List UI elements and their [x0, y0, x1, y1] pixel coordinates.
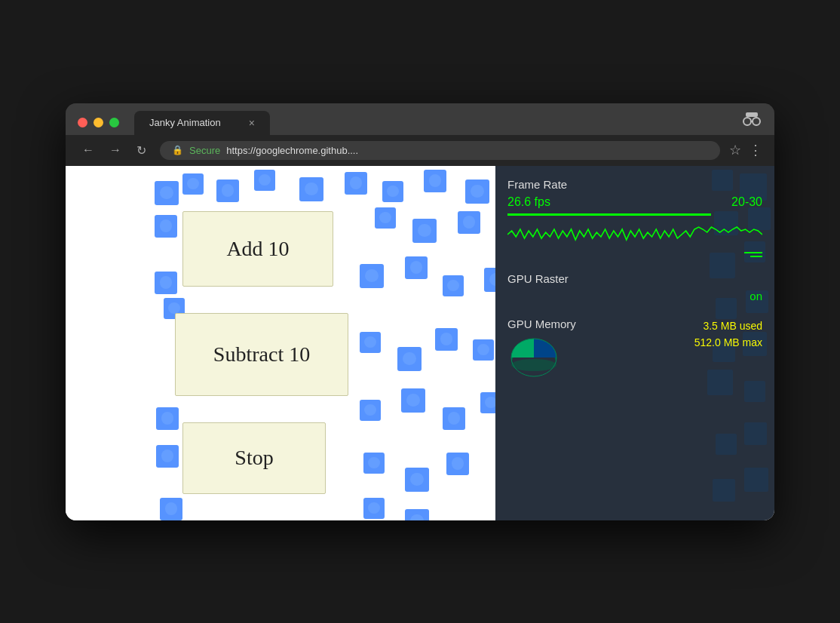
fps-range: 20-30	[731, 195, 762, 209]
blue-square	[155, 215, 177, 238]
lock-icon: 🔒	[172, 145, 183, 155]
tab-area: Janky Animation ×	[134, 111, 732, 135]
traffic-lights	[78, 118, 119, 127]
blue-square	[155, 272, 177, 294]
blue-square	[443, 407, 465, 430]
blue-square	[375, 207, 396, 229]
svg-point-2	[753, 118, 760, 125]
svg-point-4	[511, 359, 556, 371]
blue-square	[156, 407, 179, 430]
animation-area: Add 10 Subtract 10 Stop	[66, 166, 495, 520]
blue-square	[360, 264, 384, 288]
hud-content: Frame Rate 26.6 fps 20-30	[507, 178, 762, 383]
blue-square	[446, 453, 469, 475]
blue-square	[160, 498, 182, 520]
gpu-memory-label: GPU Memory	[507, 318, 576, 330]
gpu-memory-values: 3.5 MB used 512.0 MB max	[694, 318, 762, 351]
blue-square	[405, 509, 429, 520]
fps-bar	[507, 213, 711, 216]
blue-square	[363, 498, 385, 519]
blue-square	[465, 180, 489, 204]
blue-square	[360, 400, 381, 421]
blue-square	[360, 332, 381, 353]
incognito-icon	[741, 111, 762, 131]
blue-square	[405, 468, 429, 492]
blue-square	[473, 339, 494, 361]
waveform-chart	[507, 223, 762, 246]
content-area: Add 10 Subtract 10 Stop	[66, 166, 774, 520]
blue-square	[155, 181, 179, 205]
menu-icon[interactable]: ⋮	[749, 142, 762, 158]
blue-square	[363, 453, 385, 474]
blue-square	[458, 211, 480, 234]
blue-square	[397, 347, 422, 371]
gpu-raster-label: GPU Raster	[507, 272, 762, 285]
svg-rect-0	[746, 112, 758, 117]
active-tab[interactable]: Janky Animation ×	[134, 111, 270, 135]
blue-square	[156, 445, 179, 468]
frame-rate-section: Frame Rate 26.6 fps 20-30	[507, 178, 762, 257]
minimize-button[interactable]	[94, 118, 103, 127]
close-button[interactable]	[78, 118, 87, 127]
hud-overlay: Frame Rate 26.6 fps 20-30	[495, 166, 774, 520]
refresh-button[interactable]: ↻	[132, 142, 151, 159]
gpu-raster-status: on	[750, 290, 762, 302]
title-bar: Janky Animation ×	[66, 103, 774, 135]
url-actions: ☆ ⋮	[729, 142, 762, 158]
blue-square	[382, 181, 403, 202]
frame-rate-label: Frame Rate	[507, 178, 762, 191]
blue-square	[443, 275, 464, 296]
url-text: https://googlechrome.github....	[226, 145, 358, 156]
add-10-button[interactable]: Add 10	[182, 211, 333, 287]
fps-row: 26.6 fps 20-30	[507, 195, 762, 209]
forward-button[interactable]: →	[105, 142, 126, 158]
mem-used: 3.5 MB used	[694, 318, 762, 334]
gpu-raster-section: GPU Raster on	[507, 272, 762, 302]
blue-square	[182, 173, 204, 195]
subtract-10-button[interactable]: Subtract 10	[175, 313, 348, 396]
url-bar[interactable]: 🔒 Secure https://googlechrome.github....	[160, 141, 720, 160]
mem-max: 512.0 MB max	[694, 334, 762, 351]
secure-label: Secure	[189, 145, 220, 156]
blue-square	[299, 177, 323, 201]
gpu-memory-section: GPU Memory 3.5 MB used	[507, 318, 762, 383]
bookmark-icon[interactable]: ☆	[729, 142, 741, 158]
blue-square	[480, 392, 495, 413]
fps-value: 26.6 fps	[507, 195, 550, 209]
blue-square	[254, 170, 275, 191]
stop-button[interactable]: Stop	[182, 422, 326, 494]
blue-square	[401, 388, 425, 413]
blue-square	[412, 219, 437, 243]
blue-square	[484, 268, 495, 292]
browser-window: Janky Animation × ← → ↻ 🔒 Secure https:/…	[66, 103, 774, 520]
tab-close-icon[interactable]: ×	[249, 117, 255, 129]
memory-pie-chart	[507, 335, 560, 380]
gpu-raster-status-row: on	[507, 290, 762, 302]
maximize-button[interactable]	[109, 118, 119, 127]
tab-title: Janky Animation	[149, 117, 231, 128]
address-bar: ← → ↻ 🔒 Secure https://googlechrome.gith…	[66, 135, 774, 166]
blue-square	[435, 328, 458, 351]
blue-square	[424, 170, 446, 192]
back-button[interactable]: ←	[78, 142, 99, 158]
nav-buttons: ← → ↻	[78, 142, 151, 159]
blue-square	[405, 256, 428, 279]
svg-point-1	[743, 118, 751, 125]
blue-square	[345, 172, 367, 195]
blue-square	[216, 180, 239, 202]
